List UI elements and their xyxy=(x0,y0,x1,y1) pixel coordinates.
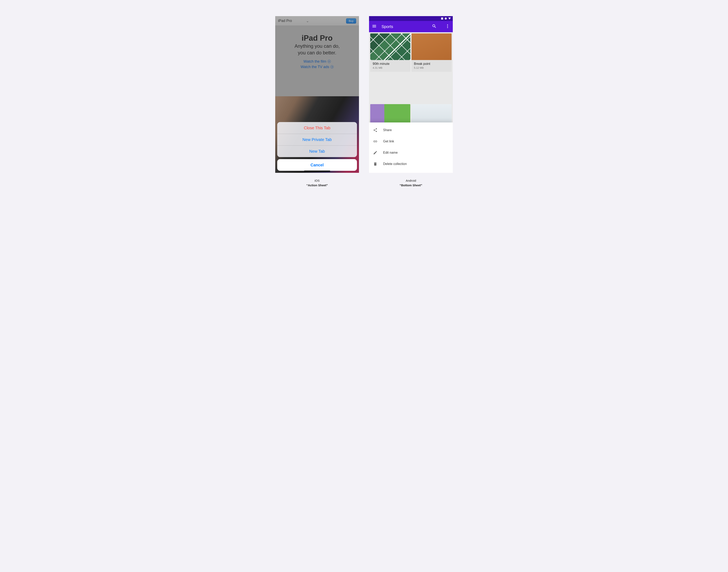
android-example: Sports 90th minute 4.31 MB xyxy=(369,16,453,188)
ios-example: iPad Pro ⌄ Buy iPad Pro Anything you can… xyxy=(275,16,359,188)
card-title: Break point xyxy=(414,62,449,66)
delete-item[interactable]: Delete collection xyxy=(369,158,453,169)
card-thumbnail xyxy=(370,33,410,60)
hamburger-icon[interactable] xyxy=(372,24,377,29)
card-title: 90th minute xyxy=(373,62,408,66)
status-square-icon xyxy=(441,17,443,19)
home-indicator[interactable] xyxy=(304,170,330,171)
android-caption: Android “Bottom Sheet” xyxy=(400,178,422,188)
link-icon xyxy=(373,139,378,144)
svg-point-2 xyxy=(447,27,448,28)
svg-point-0 xyxy=(447,24,448,25)
get-link-item[interactable]: Get link xyxy=(369,136,453,147)
card-size: 5.12 MB xyxy=(414,66,449,69)
search-icon[interactable] xyxy=(432,24,437,29)
ios-caption-name: “Action Sheet” xyxy=(306,183,328,188)
android-status-bar xyxy=(369,16,453,21)
android-device: Sports 90th minute 4.31 MB xyxy=(369,16,453,173)
trash-icon xyxy=(373,162,378,166)
edit-name-item[interactable]: Edit name xyxy=(369,147,453,158)
edit-name-label: Edit name xyxy=(383,151,398,154)
card-size: 4.31 MB xyxy=(373,66,408,69)
share-label: Share xyxy=(383,128,392,132)
share-item[interactable]: Share xyxy=(369,125,453,136)
android-appbar: Sports xyxy=(369,21,453,32)
new-tab-action[interactable]: New Tab xyxy=(277,145,357,157)
new-private-tab-action[interactable]: New Private Tab xyxy=(277,134,357,145)
action-group: Close This Tab New Private Tab New Tab xyxy=(277,122,357,157)
ios-caption-os: iOS xyxy=(306,178,328,183)
more-icon[interactable] xyxy=(445,24,450,29)
delete-label: Delete collection xyxy=(383,162,407,166)
close-tab-action[interactable]: Close This Tab xyxy=(277,122,357,134)
pencil-icon xyxy=(373,150,378,155)
card-thumbnail xyxy=(411,33,452,60)
get-link-label: Get link xyxy=(383,140,394,143)
ios-action-sheet: Close This Tab New Private Tab New Tab C… xyxy=(277,122,357,171)
android-bottom-sheet: Share Get link Edit name xyxy=(369,123,453,173)
svg-point-1 xyxy=(447,26,448,26)
ios-caption: iOS “Action Sheet” xyxy=(306,178,328,188)
cancel-button[interactable]: Cancel xyxy=(277,159,357,171)
media-card[interactable]: Break point 5.12 MB xyxy=(411,33,452,72)
status-triangle-icon xyxy=(449,17,451,19)
appbar-title: Sports xyxy=(382,24,393,29)
android-caption-os: Android xyxy=(400,178,422,183)
share-icon xyxy=(373,128,378,132)
ios-device: iPad Pro ⌄ Buy iPad Pro Anything you can… xyxy=(275,16,359,173)
status-circle-icon xyxy=(445,17,447,19)
android-caption-name: “Bottom Sheet” xyxy=(400,183,422,188)
media-card[interactable]: 90th minute 4.31 MB xyxy=(370,33,410,72)
